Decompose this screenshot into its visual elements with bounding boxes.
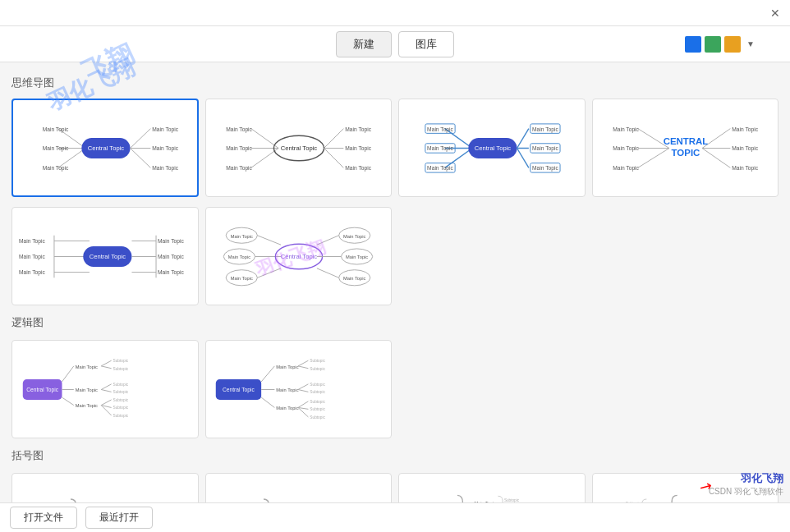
svg-text:Subtopic: Subtopic	[113, 366, 128, 370]
svg-text:Main Topic: Main Topic	[277, 364, 299, 369]
svg-line-114	[101, 399, 111, 405]
close-button[interactable]: ✕	[769, 7, 782, 20]
svg-text:Subtopic: Subtopic	[113, 382, 128, 386]
svg-line-39	[517, 128, 528, 148]
svg-text:Main Topic: Main Topic	[19, 238, 45, 245]
svg-text:Main Topic: Main Topic	[277, 406, 299, 410]
content-area: 思维导图 Main Topic Main Topic Main Topic Ce…	[0, 62, 790, 502]
toolbar: 新建 图库 ▼	[0, 26, 790, 62]
recent-open-button[interactable]: 最近打开	[85, 507, 153, 529]
svg-line-50	[638, 148, 669, 167]
svg-text:Main Topic: Main Topic	[158, 238, 184, 245]
watermark-bottom: 羽化飞翔 CSDN 羽化飞翔软件	[709, 471, 783, 498]
svg-line-106	[101, 360, 111, 366]
mindmap-grid: Main Topic Main Topic Main Topic Central…	[11, 99, 779, 197]
svg-text:Central Topic: Central Topic	[281, 253, 318, 260]
gallery-button[interactable]: 图库	[398, 31, 454, 57]
template-mm1[interactable]: Main Topic Main Topic Main Topic Central…	[11, 99, 199, 197]
svg-line-22	[324, 128, 344, 148]
svg-text:Main Topic: Main Topic	[152, 126, 178, 132]
section-title-mindmap: 思维导图	[11, 76, 779, 90]
svg-line-122	[261, 365, 274, 381]
svg-text:Subtopic: Subtopic	[113, 406, 128, 410]
svg-text:Main Topic: Main Topic	[532, 165, 558, 172]
svg-text:Main Topic: Main Topic	[346, 165, 372, 172]
svg-text:Subtopic: Subtopic	[113, 397, 128, 401]
open-file-button[interactable]: 打开文件	[10, 507, 77, 529]
svg-text:Main Topic: Main Topic	[346, 126, 372, 132]
svg-line-58	[702, 148, 730, 167]
svg-text:Subtopic: Subtopic	[310, 407, 326, 411]
svg-text:Main Topic: Main Topic	[733, 126, 759, 132]
swatch-orange[interactable]	[724, 36, 741, 53]
logic-grid: Central Topic Main Topic Main Topic Main…	[11, 340, 779, 463]
svg-text:Central Topic: Central Topic	[89, 253, 126, 260]
new-button[interactable]: 新建	[336, 31, 392, 57]
svg-text:Subtopic: Subtopic	[113, 413, 128, 417]
svg-text:Main Topic: Main Topic	[613, 126, 639, 132]
svg-text:Main Topic: Main Topic	[19, 254, 45, 260]
svg-text:Main Topic: Main Topic	[346, 255, 368, 259]
svg-text:Main Topic: Main Topic	[226, 145, 252, 152]
svg-text:Main Topic: Main Topic	[343, 276, 365, 281]
svg-text:Main Topic: Main Topic	[19, 269, 45, 276]
svg-text:Subtopic: Subtopic	[310, 359, 326, 363]
svg-text:Main Topic: Main Topic	[231, 233, 253, 238]
svg-line-132	[298, 383, 308, 389]
svg-text:Main Topic: Main Topic	[532, 126, 558, 132]
svg-text:Main Topic: Main Topic	[152, 145, 178, 152]
template-lg1[interactable]: Central Topic Main Topic Main Topic Main…	[11, 340, 199, 438]
svg-text:Main Topic: Main Topic	[733, 145, 759, 152]
svg-text:Main Topic: Main Topic	[158, 254, 184, 260]
svg-line-78	[258, 235, 282, 244]
template-bk2[interactable]: Central Topic Main Topic Main Topic Main…	[205, 473, 393, 502]
svg-text:Central Topic: Central Topic	[475, 144, 512, 152]
svg-text:Subtopic: Subtopic	[113, 390, 128, 394]
svg-line-8	[130, 128, 150, 148]
svg-line-24	[324, 148, 344, 167]
svg-text:Subtopic: Subtopic	[310, 366, 326, 370]
template-mm3[interactable]: Main Topic Main Topic Main Topic Central…	[398, 99, 586, 197]
template-mm2[interactable]: Main Topic Main Topic Main Topic Central…	[205, 99, 393, 197]
svg-line-89	[317, 235, 339, 244]
swatch-green[interactable]	[705, 36, 721, 53]
swatch-dropdown[interactable]: ▼	[744, 36, 757, 53]
svg-text:Main Topic: Main Topic	[42, 145, 68, 152]
svg-line-136	[298, 401, 308, 407]
svg-line-129	[298, 365, 308, 368]
svg-text:Subtopic: Subtopic	[310, 415, 326, 419]
svg-text:Main Topic: Main Topic	[427, 165, 453, 172]
svg-text:Main Topic: Main Topic	[343, 233, 365, 238]
svg-text:Main Topic: Main Topic	[75, 364, 97, 369]
svg-text:Main Topic: Main Topic	[613, 165, 639, 172]
svg-text:Main Topic: Main Topic	[277, 388, 299, 392]
svg-text:Central Topic: Central Topic	[88, 144, 125, 152]
svg-line-41	[517, 148, 528, 167]
svg-text:Main Topic: Main Topic	[42, 165, 68, 172]
svg-line-124	[261, 397, 274, 407]
svg-line-111	[101, 389, 111, 392]
svg-text:TOPIC: TOPIC	[672, 148, 700, 158]
svg-text:Main Topic: Main Topic	[346, 145, 372, 152]
svg-text:Main Topic: Main Topic	[158, 269, 184, 276]
svg-text:Main Topic: Main Topic	[226, 165, 252, 172]
svg-text:Main Topic: Main Topic	[733, 165, 759, 172]
bottom-bar: 打开文件 最近打开	[0, 502, 790, 532]
svg-text:Main Topic: Main Topic	[75, 403, 97, 408]
template-mm4[interactable]: Main Topic Main Topic Main Topic CENTRAL…	[592, 99, 779, 197]
color-swatches: ▼	[685, 36, 757, 53]
svg-text:Main Topic: Main Topic	[613, 145, 639, 152]
bracket-grid: Central Topic Main Topic Main Topic Main…	[11, 473, 779, 502]
template-mm6[interactable]: Main Topic Main Topic Main Topic Central…	[205, 207, 393, 305]
template-lg2[interactable]: Central Topic Main Topic Main Topic Main…	[205, 340, 393, 438]
svg-text:Main Topic: Main Topic	[231, 276, 253, 281]
template-mm5[interactable]: Main Topic Main Topic Main Topic Central…	[11, 207, 199, 305]
svg-text:CENTRAL: CENTRAL	[664, 135, 709, 145]
swatch-blue[interactable]	[685, 36, 701, 53]
template-bk3[interactable]: Central Topic Main Topic Main Topic Main…	[398, 473, 586, 502]
svg-text:Subtopic: Subtopic	[310, 399, 326, 403]
svg-line-133	[298, 389, 308, 392]
svg-text:Main Topic: Main Topic	[427, 145, 453, 152]
template-bk1[interactable]: Central Topic Main Topic Main Topic Main…	[11, 473, 199, 502]
svg-text:Main Topic: Main Topic	[532, 145, 558, 152]
